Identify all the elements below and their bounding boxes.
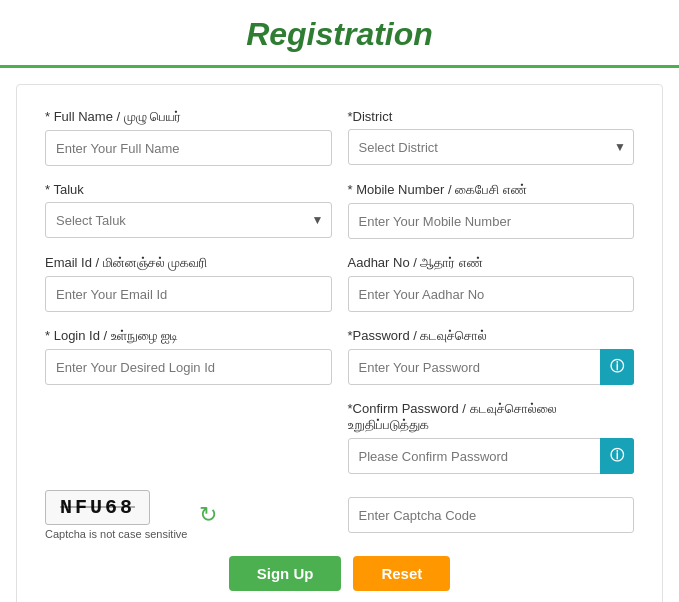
row-email-aadhar: Email Id / மின்னஞ்சல் முகவரி Aadhar No /…: [45, 255, 634, 312]
password-input[interactable]: [348, 349, 635, 385]
email-group: Email Id / மின்னஞ்சல் முகவரி: [45, 255, 332, 312]
confirmpassword-input[interactable]: [348, 438, 635, 474]
row-captcha: NFU68 Captcha is not case sensitive ↻: [45, 490, 634, 540]
row-taluk-mobile: * Taluk Select Taluk ▼ * Mobile Number /…: [45, 182, 634, 239]
reset-button[interactable]: Reset: [353, 556, 450, 591]
loginid-group: * Login Id / உள்நுழை ஐடி: [45, 328, 332, 385]
fullname-label: * Full Name / முழு பெயர்: [45, 109, 332, 125]
mobile-input[interactable]: [348, 203, 635, 239]
email-label: Email Id / மின்னஞ்சல் முகவரி: [45, 255, 332, 271]
row-loginid-password: * Login Id / உள்நுழை ஐடி *Password / கடவ…: [45, 328, 634, 385]
taluk-select-wrapper: Select Taluk ▼: [45, 202, 332, 238]
captcha-note: Captcha is not case sensitive: [45, 528, 187, 540]
confirmpassword-group: *Confirm Password / கடவுச்சொல்லை உறுதிப்…: [348, 401, 635, 474]
empty-left: [45, 401, 332, 474]
captcha-image: NFU68: [45, 490, 150, 525]
mobile-group: * Mobile Number / கைபேசி எண்: [348, 182, 635, 239]
signup-button[interactable]: Sign Up: [229, 556, 342, 591]
row-confirm-password: *Confirm Password / கடவுச்சொல்லை உறுதிப்…: [45, 401, 634, 474]
password-group: *Password / கடவுச்சொல் ⓘ: [348, 328, 635, 385]
registration-form: * Full Name / முழு பெயர் *District Selec…: [16, 84, 663, 602]
confirmpassword-label: *Confirm Password / கடவுச்சொல்லை உறுதிப்…: [348, 401, 635, 433]
password-info-icon[interactable]: ⓘ: [600, 349, 634, 385]
loginid-label: * Login Id / உள்நுழை ஐடி: [45, 328, 332, 344]
taluk-select[interactable]: Select Taluk: [45, 202, 332, 238]
captcha-input[interactable]: [348, 497, 635, 533]
taluk-group: * Taluk Select Taluk ▼: [45, 182, 332, 239]
captcha-input-group: [348, 497, 635, 533]
district-group: *District Select District ▼: [348, 109, 635, 166]
fullname-input[interactable]: [45, 130, 332, 166]
row-name-district: * Full Name / முழு பெயர் *District Selec…: [45, 109, 634, 166]
district-label: *District: [348, 109, 635, 124]
confirmpassword-input-wrapper: ⓘ: [348, 438, 635, 474]
page-title: Registration: [0, 16, 679, 65]
aadhar-group: Aadhar No / ஆதார் எண்: [348, 255, 635, 312]
page-header: Registration: [0, 0, 679, 68]
district-select-wrapper: Select District ▼: [348, 129, 635, 165]
captcha-display-section: NFU68 Captcha is not case sensitive: [45, 490, 187, 540]
aadhar-input[interactable]: [348, 276, 635, 312]
confirmpassword-info-icon[interactable]: ⓘ: [600, 438, 634, 474]
taluk-label: * Taluk: [45, 182, 332, 197]
loginid-input[interactable]: [45, 349, 332, 385]
password-label: *Password / கடவுச்சொல்: [348, 328, 635, 344]
mobile-label: * Mobile Number / கைபேசி எண்: [348, 182, 635, 198]
fullname-group: * Full Name / முழு பெயர்: [45, 109, 332, 166]
button-row: Sign Up Reset: [45, 556, 634, 591]
captcha-refresh-icon[interactable]: ↻: [199, 502, 217, 528]
district-select[interactable]: Select District: [348, 129, 635, 165]
aadhar-label: Aadhar No / ஆதார் எண்: [348, 255, 635, 271]
captcha-group: NFU68 Captcha is not case sensitive ↻: [45, 490, 332, 540]
email-input[interactable]: [45, 276, 332, 312]
password-input-wrapper: ⓘ: [348, 349, 635, 385]
